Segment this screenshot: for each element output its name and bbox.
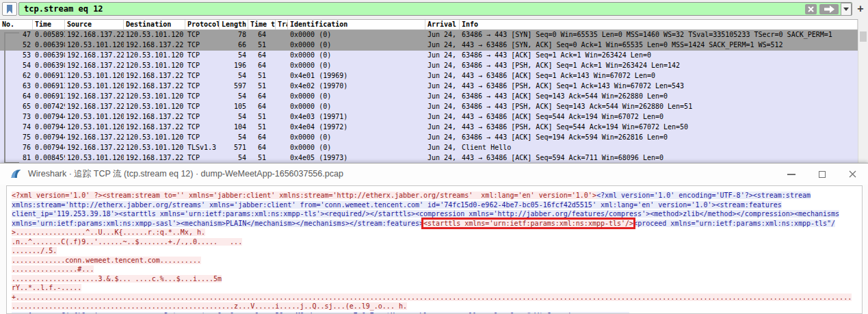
packet-cell: Jun 24, …	[425, 122, 460, 133]
filter-toolbar: tcp.stream eq 12 +	[0, 0, 868, 18]
packet-cell: 78	[220, 30, 248, 40]
column-header-tra[interactable]: Tra	[276, 20, 288, 29]
packet-cell: 0x4e03 (19971)	[288, 112, 425, 122]
packet-cell: 104	[220, 122, 248, 133]
stream-line: .n..^.......C(.f)9..'......~..$.......+.…	[12, 237, 852, 247]
stream-segment-server: <?xml version='1.0' encoding='UTF-8'?><s…	[596, 192, 811, 199]
packet-cell: 192.168.137.22	[124, 153, 185, 163]
packet-cell: 192.168.137.22	[65, 61, 124, 71]
column-header-time[interactable]: Time	[33, 20, 65, 29]
packet-cell: 120.53.101.120	[124, 30, 185, 40]
packet-cell: 0.007944	[33, 133, 65, 143]
maximize-button[interactable]	[806, 163, 837, 185]
packet-cell: 64	[248, 143, 276, 153]
packet-row[interactable]: 730.007944120.53.101.120192.168.137.22TC…	[0, 112, 858, 122]
packet-row[interactable]: 470.005893192.168.137.22120.53.101.120TC…	[0, 30, 858, 40]
packet-cell: 192.168.137.22	[65, 143, 124, 153]
packet-cell	[276, 81, 288, 92]
packet-cell: TCP	[185, 71, 220, 81]
follow-stream-dialog: Wireshark · 追踪 TCP 流 (tcp.stream eq 12) …	[0, 163, 868, 314]
packet-cell: 0x0000 (0)	[288, 40, 425, 51]
stream-segment-client: ......./.5.	[12, 247, 57, 254]
packet-cell: 0.006398	[33, 51, 65, 61]
packet-cell	[276, 61, 288, 71]
packet-cell: 192.168.137.22	[124, 81, 185, 92]
packet-cell: 0.007944	[33, 143, 65, 153]
packet-cell: TCP	[185, 133, 220, 143]
stream-segment-client: .............conn.wemeet.tencent.com....…	[12, 257, 201, 264]
column-header-protocol[interactable]: Protocol	[185, 20, 220, 29]
arrow-right-icon	[824, 5, 834, 13]
packet-cell: 120.53.101.120	[124, 61, 185, 71]
column-header-time-t[interactable]: Time t	[248, 20, 276, 29]
packet-row[interactable]: 740.007944120.53.101.120192.168.137.22TC…	[0, 122, 858, 133]
apply-filter-button[interactable]	[819, 4, 839, 14]
packet-cell: 120.53.101.120	[124, 133, 185, 143]
packet-list-header: No.TimeSourceDestinationProtocolLengthTi…	[0, 19, 858, 30]
minimize-button[interactable]	[776, 163, 806, 185]
packet-cell: 64	[248, 30, 276, 40]
packet-cell: TCP	[185, 112, 220, 122]
packet-cell: TCP	[185, 122, 220, 133]
vertical-scrollbar[interactable]	[858, 19, 868, 163]
packet-cell: 51	[248, 112, 276, 122]
packet-cell: 52	[0, 40, 33, 51]
packet-cell: 0x0000 (0)	[288, 102, 425, 112]
stream-segment-server: xmlns='urn:ietf:params:xml:ns:xmpp-sasl'…	[12, 220, 423, 227]
add-filter-button[interactable]: +	[855, 2, 866, 16]
column-header-info[interactable]: Info	[460, 20, 858, 29]
packet-row[interactable]: 530.006398192.168.137.22120.53.101.120TC…	[0, 51, 858, 61]
packet-row[interactable]: 520.006398120.53.101.120192.168.137.22TC…	[0, 40, 858, 51]
stream-line: .............conn.wemeet.tencent.com....…	[12, 256, 852, 265]
stream-segment-client: <?xml version='1.0' ?><stream:stream to=…	[12, 192, 596, 199]
packet-cell	[276, 51, 288, 61]
column-header-identification[interactable]: Identification	[288, 20, 425, 29]
stream-panel[interactable]: <?xml version='1.0' ?><stream:stream to=…	[6, 185, 863, 314]
column-header-no[interactable]: No.	[0, 20, 33, 29]
packet-row[interactable]: 750.007944192.168.137.22120.53.101.120TC…	[0, 133, 858, 143]
packet-cell: 597	[220, 81, 248, 92]
packet-cell	[276, 71, 288, 81]
packet-row[interactable]: 760.007944192.168.137.22120.53.101.120TL…	[0, 143, 858, 153]
packet-row[interactable]: 540.006398192.168.137.22120.53.101.120TC…	[0, 61, 858, 71]
packet-cell: Jun 24, …	[425, 71, 460, 81]
packet-cell: 0.005893	[33, 30, 65, 40]
column-header-length[interactable]: Length	[220, 20, 248, 29]
packet-cell: 120.53.101.120	[65, 153, 124, 163]
packet-cell: 192.168.137.22	[124, 112, 185, 122]
packet-cell: 192.168.137.22	[65, 30, 124, 40]
packet-cell: 0x4e05 (19973)	[288, 153, 425, 163]
packet-row[interactable]: 640.006913192.168.137.22120.53.101.120TC…	[0, 92, 858, 102]
packet-cell: 443 → 63486 [ACK] Seq=544 Ack=194 Win=67…	[460, 112, 858, 122]
packet-cell	[276, 153, 288, 163]
stream-segment-server: xmlns:stream='http://etherx.jabber.org/s…	[12, 201, 782, 209]
packet-cell: 66	[220, 40, 248, 51]
column-header-destination[interactable]: Destination	[124, 20, 185, 29]
packet-row[interactable]: 620.006913120.53.101.120192.168.137.22TC…	[0, 71, 858, 81]
packet-cell: Jun 24, …	[425, 112, 460, 122]
packet-row[interactable]: 810.008459120.53.101.120192.168.137.22TC…	[0, 153, 858, 163]
filter-input[interactable]: tcp.stream eq 12	[18, 2, 852, 16]
stream-segment-client: ................#...	[12, 265, 94, 273]
stream-line: +.......................................…	[12, 293, 852, 302]
filter-dropdown-caret[interactable]	[841, 3, 852, 16]
packet-row[interactable]: 630.006913120.53.101.120192.168.137.22TC…	[0, 81, 858, 92]
packet-cell: 76	[0, 143, 33, 153]
packet-cell: 120.53.101.120	[65, 40, 124, 51]
column-header-arrival-t[interactable]: Arrival T	[425, 20, 460, 29]
packet-cell: 0.006913	[33, 81, 65, 92]
scrollbar-thumb[interactable]	[860, 31, 867, 42]
packet-cell: 196	[220, 61, 248, 71]
stream-segment-client: ........................................…	[12, 302, 407, 310]
packet-cell: 51	[248, 153, 276, 163]
packet-row[interactable]: 650.007429192.168.137.22120.53.101.120TC…	[0, 102, 858, 112]
stream-content: <?xml version='1.0' ?><stream:stream to=…	[12, 191, 852, 314]
clear-filter-button[interactable]	[805, 4, 817, 14]
bookmark-button[interactable]	[2, 2, 17, 16]
packet-cell: 0x0000 (0)	[288, 92, 425, 102]
dialog-titlebar[interactable]: Wireshark · 追踪 TCP 流 (tcp.stream eq 12) …	[0, 163, 868, 185]
close-button[interactable]	[837, 163, 868, 185]
close-icon	[849, 170, 856, 178]
stream-line: ......./.5.	[12, 246, 852, 256]
column-header-source[interactable]: Source	[65, 20, 124, 29]
